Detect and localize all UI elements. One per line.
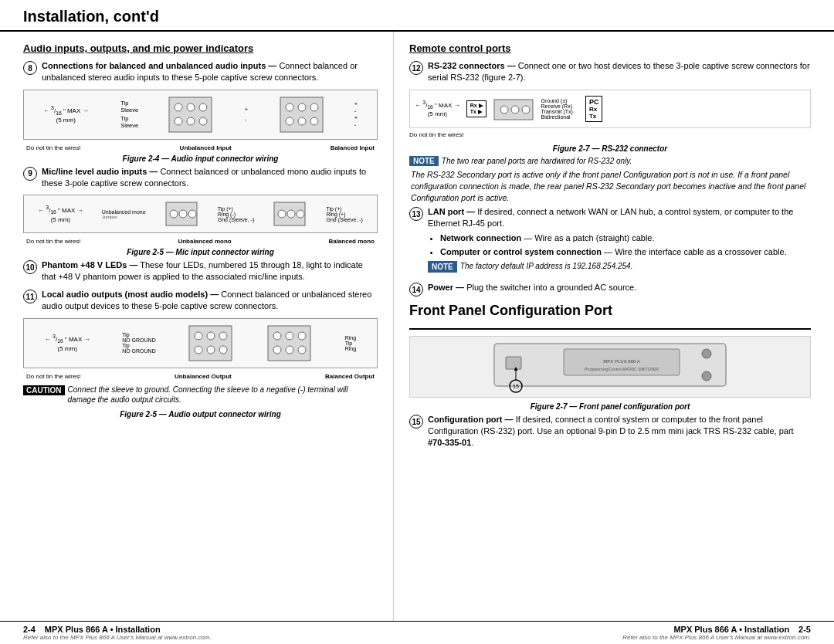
note-text-ip: The factory default IP address is 192.16… bbox=[460, 261, 633, 272]
list-item-9: 9 Mic/line level audio inputs — Connect … bbox=[23, 166, 378, 189]
list-item: 8 Connections for balanced and unbalance… bbox=[23, 60, 378, 83]
caution-box: CAUTION Connect the sleeve to ground. Co… bbox=[23, 385, 378, 405]
svg-rect-0 bbox=[169, 97, 212, 132]
list-item-11: 11 Local audio outputs (most audio model… bbox=[23, 289, 378, 312]
wire-labels-8a: TipSleeveTipSleeve bbox=[120, 100, 138, 129]
connector-svg-balanced-8 bbox=[279, 93, 325, 136]
item-text-12: RS-232 connectors — Connect one or two h… bbox=[428, 60, 811, 83]
note-label-1: NOTE bbox=[409, 156, 439, 166]
right-section-title: Remote control ports bbox=[409, 42, 811, 54]
front-panel-title: Front Panel Configuration Port bbox=[409, 303, 811, 319]
figure-caption-12: Figure 2-7 — RS-232 connector bbox=[409, 144, 811, 153]
right-column: Remote control ports 12 RS-232 connector… bbox=[394, 32, 834, 621]
rs232-italic-note: The RS-232 Secondary port is active only… bbox=[409, 169, 811, 203]
svg-rect-22 bbox=[189, 326, 232, 361]
svg-point-24 bbox=[207, 332, 215, 340]
mono-labels-9: Unbalanced mono Jumper bbox=[102, 209, 146, 219]
item-number-13: 13 bbox=[409, 207, 423, 221]
svg-point-35 bbox=[298, 346, 306, 354]
item-number: 8 bbox=[23, 61, 37, 75]
page-header: Installation, cont'd bbox=[0, 0, 834, 32]
svg-point-9 bbox=[298, 103, 306, 111]
svg-point-39 bbox=[522, 106, 530, 114]
left-column: Audio inputs, outputs, and mic power ind… bbox=[0, 32, 394, 621]
item-text-11: Local audio outputs (most audio models) … bbox=[42, 289, 378, 312]
rs232-measurement: ← 3/16 " MAX →(5 mm) bbox=[415, 99, 460, 119]
connector-svg-mono-9 bbox=[164, 198, 199, 229]
item-text-8: Connections for balanced and unbalanced … bbox=[42, 60, 378, 83]
rs232-connector-svg bbox=[493, 93, 535, 124]
svg-point-15 bbox=[170, 210, 178, 218]
footer-right-content: MPX Plus 866 A • Installation 2-5 bbox=[673, 625, 811, 634]
right-labels-8: +-+- bbox=[354, 100, 358, 128]
svg-point-12 bbox=[298, 117, 306, 125]
figure-caption-8: Figure 2-4 — Audio input connector wirin… bbox=[23, 154, 378, 163]
front-panel-svg: MPX PLUS 866 A Programming/Control MATRI… bbox=[486, 340, 734, 394]
caution-label: CAUTION bbox=[23, 385, 65, 395]
svg-point-1 bbox=[175, 103, 182, 111]
item-bold-12: RS-232 connectors — bbox=[428, 61, 516, 70]
item-bold-15: Configuration port — bbox=[428, 415, 514, 424]
figure-box-11: ← 3/16 " MAX →(5 mm) TipNO GROUNDTipNO G… bbox=[23, 318, 378, 368]
figure-caption-9: Figure 2-5 — Mic input connector wiring bbox=[23, 248, 378, 256]
footer-right-page: 2-5 bbox=[792, 625, 811, 634]
svg-rect-7 bbox=[280, 97, 323, 132]
svg-point-28 bbox=[219, 346, 227, 354]
item-number-15: 15 bbox=[409, 415, 423, 429]
svg-text:15: 15 bbox=[513, 384, 519, 389]
labels-bal-right-9: Tip (+)Ring (+)Gnd (Sleeve, -) bbox=[326, 206, 362, 222]
do-not-tin-9: Do not tin the wires! bbox=[26, 238, 81, 245]
footer-left-content: 2-4 MPX Plus 866 A • Installation bbox=[23, 625, 161, 634]
page-title: Installation, cont'd bbox=[23, 8, 159, 25]
svg-point-34 bbox=[286, 346, 293, 354]
figure-caption-11: Figure 2-5 — Audio output connector wiri… bbox=[23, 410, 378, 419]
svg-point-27 bbox=[207, 346, 215, 354]
item-number-14: 14 bbox=[409, 283, 423, 297]
label-unbal-out: Unbalanced Output bbox=[175, 373, 232, 380]
item-bold-13: LAN port — bbox=[428, 207, 475, 216]
svg-point-10 bbox=[310, 103, 318, 111]
labels-mono-left-9: Tip (+)Ring (-)Gnd (Sleeve, -) bbox=[218, 206, 254, 222]
item-number-11: 11 bbox=[23, 290, 37, 303]
do-not-tin-8: Do not tin the wires! bbox=[26, 144, 81, 151]
output-labels-left-11: TipNO GROUNDTipNO GROUND bbox=[122, 332, 156, 354]
svg-point-37 bbox=[500, 106, 508, 114]
svg-point-25 bbox=[219, 332, 227, 340]
svg-point-19 bbox=[278, 210, 286, 218]
label-unbalanced-9: Unbalanced mono bbox=[178, 238, 231, 245]
svg-point-42 bbox=[702, 371, 711, 381]
footer-left-title: MPX Plus 866 A • Installation bbox=[45, 625, 161, 634]
svg-point-16 bbox=[179, 210, 187, 218]
main-content: Audio inputs, outputs, and mic power ind… bbox=[0, 32, 834, 621]
rs232-diagram: ← 3/16 " MAX →(5 mm) Rx ▶ Tx ▶ bbox=[409, 90, 811, 128]
connector-svg-bal-9 bbox=[273, 198, 307, 229]
note-box-ip: NOTE The factory default IP address is 1… bbox=[428, 261, 811, 273]
page: Installation, cont'd Audio inputs, outpu… bbox=[0, 0, 834, 644]
figure-box-8: ← 3/16 " MAX →(5 mm) TipSleeveTipSleeve bbox=[23, 90, 378, 140]
svg-point-38 bbox=[511, 106, 519, 114]
note-box-1: NOTE The two rear panel ports are hardwi… bbox=[409, 156, 811, 167]
output-labels-right-11: RingTipRing bbox=[345, 335, 356, 351]
plus-signs-8: +- bbox=[245, 106, 248, 123]
measurement-label-9: ← 3/16 " MAX →(5 mm) bbox=[38, 204, 83, 224]
diagram-labels-8: Do not tin the wires! Unbalanced Input B… bbox=[23, 144, 378, 151]
svg-point-17 bbox=[188, 210, 196, 218]
item-number-12: 12 bbox=[409, 61, 423, 75]
item-bold-10: Phantom +48 V LEDs — bbox=[42, 260, 137, 269]
connector-svg-unbalanced-8 bbox=[168, 93, 214, 136]
diagram-labels-9: Do not tin the wires! Unbalanced mono Ba… bbox=[23, 238, 378, 245]
front-panel-title-bar: Front Panel Configuration Port bbox=[409, 303, 811, 330]
bullet-computer: Computer or control system connection — … bbox=[440, 246, 811, 258]
svg-point-31 bbox=[286, 332, 293, 340]
item-number-10: 10 bbox=[23, 260, 37, 274]
svg-point-5 bbox=[187, 117, 195, 125]
footer-left: 2-4 MPX Plus 866 A • Installation Refer … bbox=[23, 625, 212, 641]
item-bold-8: Connections for balanced and unbalanced … bbox=[42, 61, 276, 70]
item-bold-11: Local audio outputs (most audio models) … bbox=[42, 290, 219, 299]
item-text-9: Mic/line level audio inputs — Connect ba… bbox=[42, 166, 378, 189]
svg-text:MPX PLUS 866 A: MPX PLUS 866 A bbox=[603, 359, 639, 364]
lan-bullets: Network connection — Wire as a patch (st… bbox=[440, 232, 811, 258]
svg-point-3 bbox=[199, 103, 207, 111]
item-bold-9: Mic/line level audio inputs — bbox=[42, 167, 158, 176]
caution-text: Connect the sleeve to ground. Connecting… bbox=[68, 385, 378, 405]
